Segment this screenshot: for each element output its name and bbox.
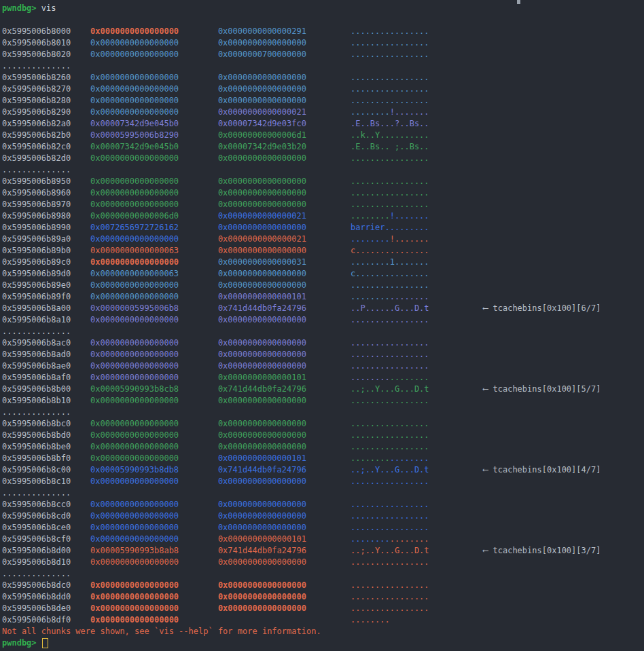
ascii-column: ..;..Y...G...D.t — [351, 465, 429, 475]
memory-row: 0x5995006b8af0 0x0000000000000000 0x0000… — [2, 372, 644, 384]
ascii-column: !....... — [390, 211, 429, 221]
hex-value: 0x0000000000000000 — [90, 442, 218, 451]
address: 0x5995006b8950 — [2, 176, 90, 186]
ascii-column: ..;..Y...G...D.t — [351, 384, 429, 394]
spacer — [429, 465, 483, 475]
memory-row: 0x5995006b8bc0 0x0000000000000000 0x0000… — [2, 418, 644, 430]
hex-value: 0x0000000000000000 — [218, 419, 351, 428]
memory-row: 0x5995006b8b10 0x0000000000000000 0x0000… — [2, 395, 644, 407]
address: 0x5995006b8a10 — [2, 315, 90, 324]
hex-value: 0x0000000000000000 — [218, 246, 351, 255]
hex-value: 0x0000000000000000 — [90, 315, 218, 324]
prompt-line: pwndbg> — [2, 637, 644, 649]
hex-value: 0x0000000000000000 — [218, 38, 351, 48]
separator-dots: .............. — [2, 569, 71, 578]
hex-value: 0x0072656972726162 — [90, 223, 218, 232]
hex-value: 0x0000000000000000 — [90, 73, 218, 82]
terminal-output[interactable]: pwndbg> vis 0x5995006b8000 0x00000000000… — [0, 0, 644, 649]
ascii-column: .E..Bs.. ;..Bs.. — [351, 142, 429, 151]
memory-row: 0x5995006b8bf0 0x0000000000000000 0x0000… — [2, 453, 644, 464]
address: 0x5995006b8ac0 — [2, 338, 90, 348]
address: 0x5995006b89d0 — [2, 269, 90, 278]
ascii-column: ........ — [351, 211, 390, 221]
address: 0x5995006b8970 — [2, 200, 90, 209]
address: 0x5995006b89b0 — [2, 246, 90, 255]
hex-value: 0x0000000000000101 — [218, 292, 351, 301]
address: 0x5995006b8cd0 — [2, 511, 90, 521]
hex-value: 0x741d44db0fa24796 — [218, 465, 351, 475]
ascii-column: ................ — [351, 153, 429, 163]
status-message-text: Not all chunks were shown, see `vis --he… — [2, 627, 321, 636]
ascii-column: ........ — [351, 234, 390, 244]
hex-value: 0x0000000000000000 — [218, 280, 351, 290]
hex-value: 0x0000000000000000 — [90, 350, 218, 359]
memory-row: 0x5995006b82c0 0x00007342d9e045b0 0x0000… — [2, 141, 644, 153]
ascii-column: ........ — [390, 292, 429, 301]
ascii-column: ................ — [351, 26, 429, 36]
ascii-column: ................ — [351, 338, 429, 348]
hex-value: 0x0000000000000101 — [218, 453, 351, 463]
hex-value: 0x0000000000000000 — [90, 200, 218, 209]
hex-value: 0x0000000000000000 — [90, 26, 218, 36]
memory-row: 0x5995006b8960 0x0000000000000000 0x0000… — [2, 187, 644, 199]
memory-row: 0x5995006b89f0 0x0000000000000000 0x0000… — [2, 291, 644, 303]
memory-row: 0x5995006b8cd0 0x0000000000000000 0x0000… — [2, 510, 644, 522]
address: 0x5995006b82b0 — [2, 130, 90, 140]
hex-value: 0x00005990993b8db8 — [90, 465, 218, 475]
ascii-column: ................ — [351, 419, 429, 428]
memory-row: 0x5995006b8c00 0x00005990993b8db8 0x741d… — [2, 464, 644, 476]
memory-row: 0x5995006b8de0 0x0000000000000000 0x0000… — [2, 603, 644, 614]
hex-value: 0x0000000000000000 — [90, 50, 218, 59]
ascii-column: ................ — [351, 500, 429, 509]
memory-row: 0x5995006b8ac0 0x0000000000000000 0x0000… — [2, 337, 644, 349]
hex-value: 0x0000000000000101 — [218, 373, 351, 382]
ascii-column: ........ — [390, 534, 429, 544]
hex-value: 0x741d44db0fa24796 — [218, 384, 351, 394]
hex-value: 0x0000000000000000 — [90, 592, 218, 601]
hex-value: 0x0000000000000021 — [218, 211, 351, 221]
hex-value: 0x00005990993b8cb8 — [90, 384, 218, 394]
hex-value: 0x0000000000000021 — [218, 107, 351, 117]
ascii-column: !....... — [390, 107, 429, 117]
hex-value: 0x00007342d9e045b0 — [90, 142, 218, 151]
ascii-column: ................ — [351, 315, 429, 324]
memory-row: 0x5995006b8d10 0x0000000000000000 0x0000… — [2, 557, 644, 568]
address: 0x5995006b8990 — [2, 223, 90, 232]
address: 0x5995006b8ae0 — [2, 361, 90, 371]
memory-row: 0x5995006b8a00 0x00000005995006b8 0x741d… — [2, 303, 644, 314]
address: 0x5995006b8b10 — [2, 396, 90, 405]
address: 0x5995006b8dc0 — [2, 580, 90, 590]
hex-value: 0x0000000000000000 — [218, 73, 351, 82]
hex-value: 0x0000000000000000 — [90, 361, 218, 371]
memory-row: 0x5995006b8020 0x0000000000000000 0x0000… — [2, 49, 644, 60]
hex-value: 0x0000000000000000 — [90, 430, 218, 440]
hex-value: 0x0000000000000000 — [90, 96, 218, 105]
ascii-column: ................ — [351, 557, 429, 567]
address: 0x5995006b8020 — [2, 50, 90, 59]
address: 0x5995006b8bf0 — [2, 453, 90, 463]
hex-value: 0x00007342d9e045b0 — [90, 119, 218, 128]
address: 0x5995006b8260 — [2, 73, 90, 82]
address: 0x5995006b8bc0 — [2, 419, 90, 428]
ascii-column: ................ — [351, 603, 429, 613]
address: 0x5995006b8960 — [2, 188, 90, 198]
hex-value: 0x0000000000000000 — [90, 107, 218, 117]
cursor[interactable] — [42, 638, 48, 648]
spacer — [429, 303, 483, 313]
memory-row: 0x5995006b89b0 0x0000000000000063 0x0000… — [2, 245, 644, 257]
bin-annotation: ⟵ tcachebins[0x100][4/7] — [483, 465, 601, 475]
hex-value: 0x0000000000000000 — [218, 557, 351, 567]
ascii-column: ................ — [351, 84, 429, 94]
hex-value: 0x741d44db0fa24796 — [218, 546, 351, 555]
address: 0x5995006b8bd0 — [2, 430, 90, 440]
memory-row: 0x5995006b8000 0x0000000000000000 0x0000… — [2, 26, 644, 37]
bin-annotation: ⟵ tcachebins[0x100][6/7] — [483, 303, 601, 313]
address: 0x5995006b8000 — [2, 26, 90, 36]
memory-row: 0x5995006b8950 0x0000000000000000 0x0000… — [2, 176, 644, 187]
hex-value: 0x0000000000000000 — [218, 338, 351, 348]
prompt-label: pwndbg> — [2, 3, 41, 13]
hex-value: 0x0000000000000063 — [90, 269, 218, 278]
memory-row: 0x5995006b8cf0 0x0000000000000000 0x0000… — [2, 534, 644, 545]
memory-row: 0x5995006b8be0 0x0000000000000000 0x0000… — [2, 441, 644, 453]
hex-value: 0x0000000000000000 — [218, 200, 351, 209]
